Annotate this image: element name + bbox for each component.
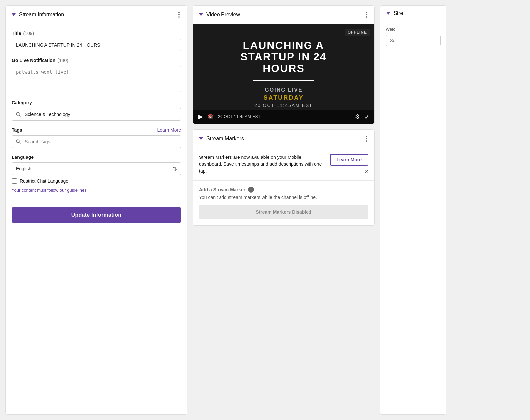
- go-live-field-group: Go Live Notification (140): [12, 58, 181, 93]
- svg-line-3: [19, 142, 20, 144]
- play-icon[interactable]: ▶: [198, 113, 203, 120]
- tags-label-row: Tags Learn More: [12, 127, 181, 133]
- category-search-icon: [16, 112, 21, 117]
- restrict-chat-label: Restrict Chat Language: [20, 178, 68, 184]
- right-panel: Stre Welc: [380, 5, 446, 415]
- stream-markers-disabled-button: Stream Markers Disabled: [199, 205, 368, 219]
- offline-notice: You can't add stream markers while the c…: [199, 195, 368, 200]
- right-panel-header-left: Stre: [386, 10, 403, 16]
- markers-close-button[interactable]: ×: [364, 168, 368, 175]
- title-label: Title (109): [12, 31, 181, 36]
- going-live-text: GOING LIVE: [240, 87, 327, 93]
- right-panel-title: Stre: [394, 10, 403, 16]
- mute-icon[interactable]: 🔇: [208, 114, 213, 119]
- fullscreen-icon[interactable]: ⤢: [365, 114, 369, 120]
- add-marker-title: Add a Stream Marker i: [199, 187, 368, 193]
- stream-info-panel: Stream Information Title (109) Go Live N…: [5, 5, 187, 415]
- markers-learn-more-button[interactable]: Learn More: [330, 154, 368, 166]
- language-field-group: Language English French Spanish German J…: [12, 155, 181, 193]
- stream-markers-panel: Stream Markers Stream Markers are now av…: [193, 129, 375, 226]
- video-preview-header: Video Preview: [193, 6, 374, 24]
- update-information-button[interactable]: Update Information: [12, 207, 181, 223]
- markers-info-actions: Learn More ×: [330, 154, 368, 175]
- right-search-input[interactable]: [386, 35, 441, 46]
- title-input[interactable]: [12, 39, 181, 51]
- tags-input[interactable]: [12, 135, 181, 148]
- stream-markers-header-left: Stream Markers: [199, 136, 244, 142]
- restrict-chat-checkbox[interactable]: [12, 178, 17, 184]
- category-field-group: Category: [12, 100, 181, 121]
- date-text: 20 OCT 11:45AM EST: [240, 103, 327, 108]
- stream-info-title: Stream Information: [19, 12, 64, 18]
- tags-field-group: Tags Learn More: [12, 127, 181, 148]
- tags-learn-more-link[interactable]: Learn More: [157, 127, 181, 133]
- guidelines-link[interactable]: Your content must follow our guidelines: [12, 188, 181, 193]
- stream-markers-header: Stream Markers: [193, 130, 374, 148]
- language-select-wrapper: English French Spanish German Japanese ⇅: [12, 162, 181, 175]
- add-marker-section: Add a Stream Marker i You can't add stre…: [193, 180, 374, 225]
- stream-info-header: Stream Information: [6, 6, 187, 24]
- video-thumbnail-content: LAUNCHING A STARTUP IN 24 HOURS GOING LI…: [234, 33, 333, 115]
- saturday-text: SATURDAY: [240, 94, 327, 101]
- stream-info-header-left: Stream Information: [12, 12, 64, 18]
- go-live-count: (140): [57, 58, 68, 63]
- video-title-line1: LAUNCHING A STARTUP IN 24 HOURS: [240, 40, 327, 75]
- language-select[interactable]: English French Spanish German Japanese: [12, 162, 181, 175]
- right-panel-text: Welc: [386, 27, 441, 32]
- restrict-chat-row: Restrict Chat Language: [12, 178, 181, 184]
- video-thumbnail: OFFLINE LAUNCHING A STARTUP IN 24 HOURS …: [193, 24, 374, 124]
- video-time-text: 20 OCT 11:45AM EST: [218, 114, 350, 119]
- video-controls: ▶ 🔇 20 OCT 11:45AM EST ⚙ ⤢: [193, 110, 374, 124]
- language-label: Language: [12, 155, 181, 160]
- tags-search-wrapper: [12, 135, 181, 148]
- svg-line-1: [19, 115, 20, 116]
- video-divider: [253, 80, 314, 81]
- right-chevron-icon: [386, 12, 390, 15]
- markers-chevron-icon: [199, 137, 203, 140]
- video-preview-dots-menu[interactable]: [364, 10, 368, 19]
- stream-markers-title: Stream Markers: [206, 136, 244, 142]
- middle-column: Video Preview OFFLINE LAUNCHING A STARTU…: [193, 5, 375, 415]
- title-count: (109): [23, 31, 34, 36]
- settings-icon[interactable]: ⚙: [355, 113, 360, 120]
- go-live-label: Go Live Notification (140): [12, 58, 181, 63]
- right-panel-header: Stre: [380, 6, 446, 21]
- offline-badge: OFFLINE: [345, 29, 370, 36]
- info-icon[interactable]: i: [248, 187, 254, 193]
- tags-label: Tags: [12, 127, 22, 133]
- category-search-wrapper: [12, 108, 181, 121]
- category-input[interactable]: [12, 108, 181, 121]
- go-live-textarea[interactable]: [12, 66, 181, 92]
- chevron-down-icon: [12, 13, 16, 16]
- stream-info-dots-menu[interactable]: [177, 10, 181, 19]
- video-preview-title: Video Preview: [206, 12, 240, 18]
- video-preview-panel: Video Preview OFFLINE LAUNCHING A STARTU…: [193, 5, 375, 124]
- category-label: Category: [12, 100, 181, 105]
- stream-info-body: Title (109) Go Live Notification (140) C…: [6, 24, 187, 229]
- video-chevron-icon: [199, 13, 203, 16]
- tags-search-icon: [16, 139, 21, 144]
- stream-markers-dots-menu[interactable]: [364, 134, 368, 143]
- title-field-group: Title (109): [12, 31, 181, 51]
- markers-info-text: Stream Markers are now available on your…: [199, 154, 323, 175]
- markers-info-box: Stream Markers are now available on your…: [193, 148, 374, 175]
- right-panel-body: Welc: [380, 21, 446, 51]
- video-preview-header-left: Video Preview: [199, 12, 240, 18]
